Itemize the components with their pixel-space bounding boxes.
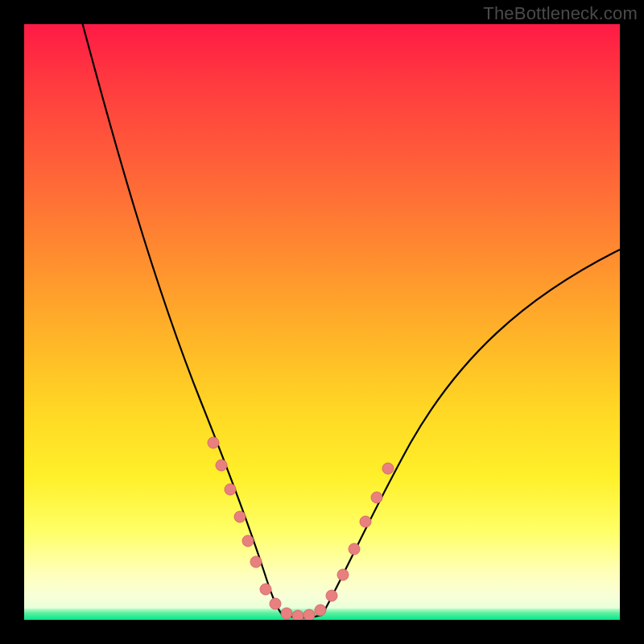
curve-right <box>322 250 620 615</box>
marker <box>382 463 394 474</box>
green-strip <box>24 609 620 620</box>
curve-svg <box>24 24 620 620</box>
marker <box>270 598 281 609</box>
marker <box>225 484 236 495</box>
marker <box>216 460 227 471</box>
marker <box>360 516 371 527</box>
curve-left <box>80 24 282 614</box>
plot-area <box>24 24 620 620</box>
watermark-text: TheBottleneck.com <box>483 3 638 24</box>
marker <box>349 543 360 555</box>
frame: TheBottleneck.com <box>0 0 644 644</box>
marker-group <box>208 437 394 620</box>
marker <box>208 437 219 448</box>
marker <box>250 556 262 568</box>
marker <box>242 535 254 547</box>
marker <box>260 584 271 595</box>
marker <box>234 511 246 522</box>
marker <box>337 569 349 580</box>
marker <box>326 590 337 601</box>
marker <box>371 492 382 503</box>
